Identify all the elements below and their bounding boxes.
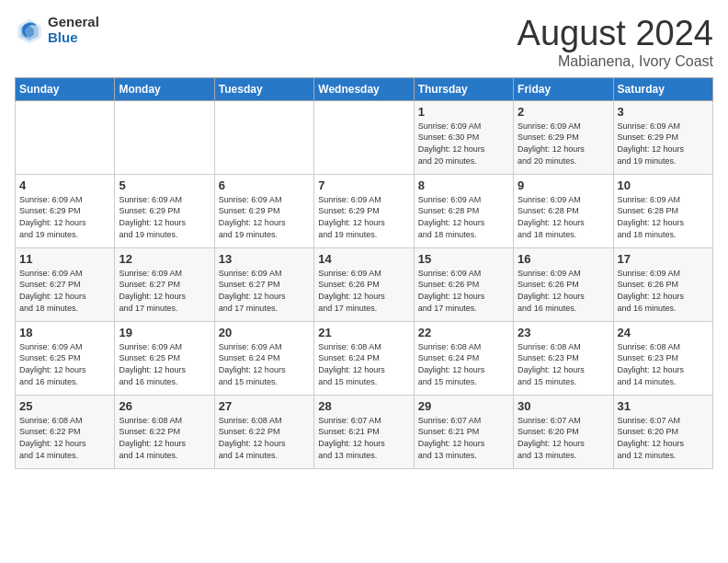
calendar-cell: 6Sunrise: 6:09 AM Sunset: 6:29 PM Daylig… (214, 174, 313, 247)
day-number: 11 (19, 252, 110, 266)
logo-general: General (48, 15, 99, 30)
calendar-cell (16, 100, 115, 174)
calendar-cell: 22Sunrise: 6:08 AM Sunset: 6:24 PM Dayli… (414, 321, 513, 395)
day-number: 6 (219, 178, 310, 192)
day-info: Sunrise: 6:07 AM Sunset: 6:21 PM Dayligh… (418, 415, 509, 461)
calendar-cell: 4Sunrise: 6:09 AM Sunset: 6:29 PM Daylig… (16, 174, 115, 247)
calendar-cell: 31Sunrise: 6:07 AM Sunset: 6:20 PM Dayli… (613, 395, 712, 468)
day-info: Sunrise: 6:09 AM Sunset: 6:29 PM Dayligh… (618, 121, 709, 167)
calendar-cell: 12Sunrise: 6:09 AM Sunset: 6:27 PM Dayli… (115, 247, 214, 321)
day-number: 12 (119, 252, 210, 266)
calendar-cell: 23Sunrise: 6:08 AM Sunset: 6:23 PM Dayli… (514, 321, 613, 395)
day-info: Sunrise: 6:09 AM Sunset: 6:26 PM Dayligh… (318, 268, 409, 314)
day-number: 5 (119, 178, 210, 192)
day-info: Sunrise: 6:09 AM Sunset: 6:28 PM Dayligh… (618, 194, 709, 240)
day-number: 18 (19, 326, 110, 339)
weekday-header: Monday (115, 77, 214, 100)
day-info: Sunrise: 6:09 AM Sunset: 6:24 PM Dayligh… (219, 341, 310, 387)
day-number: 31 (618, 399, 709, 413)
day-number: 4 (19, 178, 110, 192)
day-info: Sunrise: 6:09 AM Sunset: 6:25 PM Dayligh… (119, 341, 210, 387)
day-info: Sunrise: 6:09 AM Sunset: 6:28 PM Dayligh… (418, 194, 509, 240)
weekday-header-row: SundayMondayTuesdayWednesdayThursdayFrid… (16, 77, 713, 100)
day-number: 3 (618, 105, 709, 119)
day-info: Sunrise: 6:09 AM Sunset: 6:28 PM Dayligh… (518, 194, 609, 240)
calendar-cell: 10Sunrise: 6:09 AM Sunset: 6:28 PM Dayli… (613, 174, 712, 247)
calendar-cell: 20Sunrise: 6:09 AM Sunset: 6:24 PM Dayli… (214, 321, 313, 395)
day-number: 14 (318, 252, 409, 266)
calendar-week-row: 18Sunrise: 6:09 AM Sunset: 6:25 PM Dayli… (16, 321, 713, 395)
calendar-cell: 30Sunrise: 6:07 AM Sunset: 6:20 PM Dayli… (514, 395, 613, 468)
weekday-header: Tuesday (214, 77, 313, 100)
day-number: 8 (418, 178, 509, 192)
calendar-cell: 27Sunrise: 6:08 AM Sunset: 6:22 PM Dayli… (214, 395, 313, 468)
day-info: Sunrise: 6:08 AM Sunset: 6:22 PM Dayligh… (219, 415, 310, 461)
title-block: August 2024 Mabianena, Ivory Coast (518, 15, 713, 70)
calendar-cell: 15Sunrise: 6:09 AM Sunset: 6:26 PM Dayli… (414, 247, 513, 321)
day-info: Sunrise: 6:07 AM Sunset: 6:21 PM Dayligh… (318, 415, 409, 461)
day-info: Sunrise: 6:08 AM Sunset: 6:22 PM Dayligh… (119, 415, 210, 461)
day-info: Sunrise: 6:09 AM Sunset: 6:29 PM Dayligh… (19, 194, 110, 240)
day-info: Sunrise: 6:07 AM Sunset: 6:20 PM Dayligh… (618, 415, 709, 461)
calendar-week-row: 4Sunrise: 6:09 AM Sunset: 6:29 PM Daylig… (16, 174, 713, 247)
calendar-week-row: 11Sunrise: 6:09 AM Sunset: 6:27 PM Dayli… (16, 247, 713, 321)
day-info: Sunrise: 6:07 AM Sunset: 6:20 PM Dayligh… (518, 415, 609, 461)
logo-icon (15, 16, 44, 45)
day-number: 1 (418, 105, 509, 119)
day-info: Sunrise: 6:09 AM Sunset: 6:30 PM Dayligh… (418, 121, 509, 167)
day-info: Sunrise: 6:08 AM Sunset: 6:22 PM Dayligh… (19, 415, 110, 461)
calendar-cell: 25Sunrise: 6:08 AM Sunset: 6:22 PM Dayli… (16, 395, 115, 468)
weekday-header: Wednesday (314, 77, 414, 100)
day-info: Sunrise: 6:09 AM Sunset: 6:27 PM Dayligh… (119, 268, 210, 314)
day-number: 25 (19, 399, 110, 413)
day-number: 10 (618, 178, 709, 192)
day-info: Sunrise: 6:08 AM Sunset: 6:24 PM Dayligh… (418, 341, 509, 387)
day-number: 9 (518, 178, 609, 192)
day-info: Sunrise: 6:09 AM Sunset: 6:25 PM Dayligh… (19, 341, 110, 387)
calendar-cell: 1Sunrise: 6:09 AM Sunset: 6:30 PM Daylig… (414, 100, 513, 174)
calendar-cell: 11Sunrise: 6:09 AM Sunset: 6:27 PM Dayli… (16, 247, 115, 321)
day-info: Sunrise: 6:09 AM Sunset: 6:29 PM Dayligh… (219, 194, 310, 240)
calendar-cell: 9Sunrise: 6:09 AM Sunset: 6:28 PM Daylig… (514, 174, 613, 247)
weekday-header: Saturday (613, 77, 712, 100)
logo-blue: Blue (48, 30, 99, 46)
calendar-cell: 24Sunrise: 6:08 AM Sunset: 6:23 PM Dayli… (613, 321, 712, 395)
calendar-week-row: 1Sunrise: 6:09 AM Sunset: 6:30 PM Daylig… (16, 100, 713, 174)
day-info: Sunrise: 6:09 AM Sunset: 6:26 PM Dayligh… (418, 268, 509, 314)
calendar-cell: 14Sunrise: 6:09 AM Sunset: 6:26 PM Dayli… (314, 247, 414, 321)
calendar-cell: 17Sunrise: 6:09 AM Sunset: 6:26 PM Dayli… (613, 247, 712, 321)
day-number: 27 (219, 399, 310, 413)
calendar-cell: 7Sunrise: 6:09 AM Sunset: 6:29 PM Daylig… (314, 174, 414, 247)
logo: General Blue (15, 15, 99, 45)
day-info: Sunrise: 6:09 AM Sunset: 6:29 PM Dayligh… (318, 194, 409, 240)
calendar-cell: 29Sunrise: 6:07 AM Sunset: 6:21 PM Dayli… (414, 395, 513, 468)
calendar-cell: 5Sunrise: 6:09 AM Sunset: 6:29 PM Daylig… (115, 174, 214, 247)
day-info: Sunrise: 6:09 AM Sunset: 6:27 PM Dayligh… (19, 268, 110, 314)
day-info: Sunrise: 6:09 AM Sunset: 6:27 PM Dayligh… (219, 268, 310, 314)
day-info: Sunrise: 6:08 AM Sunset: 6:23 PM Dayligh… (518, 341, 609, 387)
day-number: 29 (418, 399, 509, 413)
day-number: 24 (618, 326, 709, 339)
day-number: 20 (219, 326, 310, 339)
day-number: 30 (518, 399, 609, 413)
calendar-cell: 8Sunrise: 6:09 AM Sunset: 6:28 PM Daylig… (414, 174, 513, 247)
day-number: 2 (518, 105, 609, 119)
day-info: Sunrise: 6:08 AM Sunset: 6:23 PM Dayligh… (618, 341, 709, 387)
calendar-cell: 21Sunrise: 6:08 AM Sunset: 6:24 PM Dayli… (314, 321, 414, 395)
calendar-cell: 28Sunrise: 6:07 AM Sunset: 6:21 PM Dayli… (314, 395, 414, 468)
calendar-cell: 13Sunrise: 6:09 AM Sunset: 6:27 PM Dayli… (214, 247, 313, 321)
day-number: 13 (219, 252, 310, 266)
day-number: 26 (119, 399, 210, 413)
day-number: 28 (318, 399, 409, 413)
weekday-header: Friday (514, 77, 613, 100)
calendar-cell (115, 100, 214, 174)
day-info: Sunrise: 6:09 AM Sunset: 6:29 PM Dayligh… (119, 194, 210, 240)
calendar-week-row: 25Sunrise: 6:08 AM Sunset: 6:22 PM Dayli… (16, 395, 713, 468)
day-number: 21 (318, 326, 409, 339)
day-number: 17 (618, 252, 709, 266)
day-info: Sunrise: 6:08 AM Sunset: 6:24 PM Dayligh… (318, 341, 409, 387)
day-number: 23 (518, 326, 609, 339)
day-number: 19 (119, 326, 210, 339)
calendar-cell: 3Sunrise: 6:09 AM Sunset: 6:29 PM Daylig… (613, 100, 712, 174)
calendar-cell (314, 100, 414, 174)
